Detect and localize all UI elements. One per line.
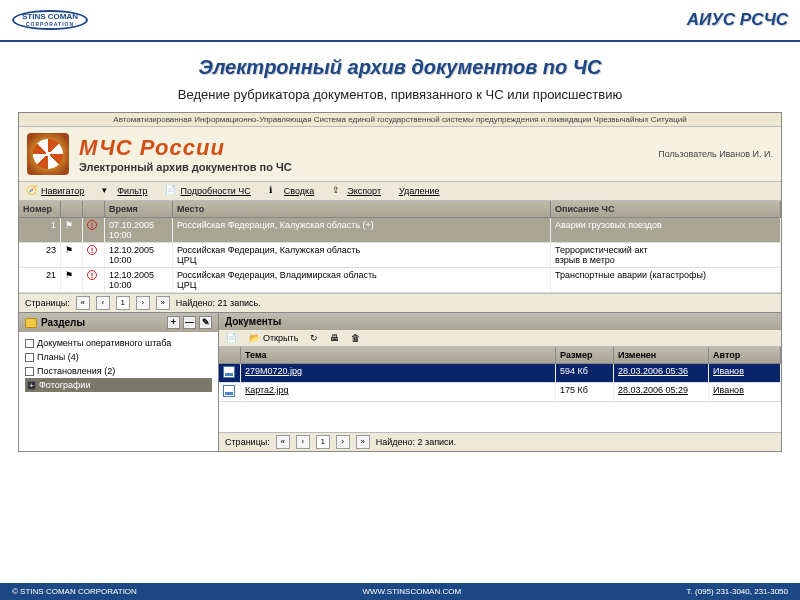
- grid-body: 1⚑!07.10.2005 10:00Российская Федерация,…: [19, 218, 781, 293]
- checkbox[interactable]: [25, 367, 34, 376]
- tree-item-label: Планы (4): [37, 352, 79, 362]
- org-title: МЧС России: [79, 135, 292, 161]
- funnel-icon: ▾: [102, 185, 114, 197]
- info-icon: ℹ: [269, 185, 281, 197]
- docs-open-button[interactable]: 📂 Открыть: [246, 332, 301, 344]
- sections-header: Разделы + ― ✎: [19, 313, 218, 332]
- page-title: Электронный архив документов по ЧС: [79, 161, 292, 173]
- docs-row[interactable]: 279M0720.jpg594 Кб28.03.2006 05:36Иванов: [219, 364, 781, 383]
- document-icon: [223, 385, 235, 397]
- doc-link[interactable]: 279M0720.jpg: [245, 366, 302, 376]
- col-place[interactable]: Место: [173, 201, 551, 217]
- document-icon: [223, 366, 235, 378]
- slide-subtitle: Ведение рубрикатора документов, привязан…: [0, 87, 800, 102]
- docs-tool1-button[interactable]: 🖶: [327, 332, 342, 344]
- pager-prev[interactable]: ‹: [96, 296, 110, 310]
- expand-icon[interactable]: +: [27, 381, 36, 390]
- flag-icon: ⚑: [65, 245, 75, 255]
- tree-item-label: Фотографии: [39, 380, 90, 390]
- user-label: Пользователь: [658, 149, 716, 159]
- warning-icon: !: [87, 270, 97, 280]
- docs-grid-header: Тема Размер Изменен Автор: [219, 347, 781, 364]
- app-window: Автоматизированная Информационно-Управля…: [18, 112, 782, 452]
- details-button[interactable]: 📄Подробности ЧС: [162, 184, 253, 198]
- flag-icon: ⚑: [65, 270, 75, 280]
- checkbox[interactable]: [25, 339, 34, 348]
- slide-header: STINS COMAN CORPORATION АИУС РСЧС: [0, 0, 800, 42]
- docs-col-theme[interactable]: Тема: [241, 347, 556, 363]
- tree-item-label: Документы оперативного штаба: [37, 338, 171, 348]
- flag-icon: ⚑: [65, 220, 75, 230]
- warning-icon: !: [87, 220, 97, 230]
- tree-item[interactable]: Планы (4): [25, 350, 212, 364]
- docs-pager-next[interactable]: ›: [336, 435, 350, 449]
- col-num[interactable]: Номер: [19, 201, 61, 217]
- docs-col-size[interactable]: Размер: [556, 347, 614, 363]
- app-banner: Автоматизированная Информационно-Управля…: [19, 113, 781, 127]
- footer-right: Т. (095) 231-3040, 231-3050: [687, 587, 788, 596]
- docs-col-mod[interactable]: Изменен: [614, 347, 709, 363]
- warning-icon: !: [87, 245, 97, 255]
- corp-logo: STINS COMAN CORPORATION: [12, 10, 88, 30]
- table-row[interactable]: 23⚑!12.10.2005 10:00Российская Федерация…: [19, 243, 781, 268]
- tree-item[interactable]: Документы оперативного штаба: [25, 336, 212, 350]
- docs-pager: Страницы: « ‹ 1 › » Найдено: 2 записи.: [219, 432, 781, 451]
- docs-pager-prev[interactable]: ‹: [296, 435, 310, 449]
- main-pager: Страницы: « ‹ 1 › » Найдено: 21 запись.: [19, 293, 781, 312]
- docs-title: Документы: [225, 316, 281, 327]
- doc-link[interactable]: Карта2.jpg: [245, 385, 289, 395]
- summary-button[interactable]: ℹСводка: [266, 184, 317, 198]
- sections-title: Разделы: [41, 317, 85, 328]
- pager-first[interactable]: «: [76, 296, 90, 310]
- col-time[interactable]: Время: [105, 201, 173, 217]
- corp-sub: CORPORATION: [22, 22, 78, 28]
- export-icon: ⇪: [332, 185, 344, 197]
- table-row[interactable]: 21⚑!12.10.2005 10:00Российская Федерация…: [19, 268, 781, 293]
- footer-center: WWW.STINSCOMAN.COM: [362, 587, 461, 596]
- folder-icon: [25, 318, 37, 328]
- docs-header: Документы: [219, 313, 781, 330]
- col-warn: [83, 201, 105, 217]
- section-add-button[interactable]: +: [167, 316, 180, 329]
- docs-grid-body: 279M0720.jpg594 Кб28.03.2006 05:36Иванов…: [219, 364, 781, 402]
- docs-pager-first[interactable]: «: [276, 435, 290, 449]
- section-del-button[interactable]: ✎: [199, 316, 212, 329]
- compass-icon: 🧭: [26, 185, 38, 197]
- docs-col-auth[interactable]: Автор: [709, 347, 781, 363]
- app-header: МЧС России Электронный архив документов …: [19, 127, 781, 182]
- docs-row[interactable]: Карта2.jpg175 Кб28.03.2006 05:29Иванов: [219, 383, 781, 402]
- docs-tool2-button[interactable]: 🗑: [348, 332, 363, 344]
- pager-current[interactable]: 1: [116, 296, 130, 310]
- tree-item[interactable]: +Фотографии: [25, 378, 212, 392]
- docs-pager-last[interactable]: »: [356, 435, 370, 449]
- pager-next[interactable]: ›: [136, 296, 150, 310]
- slide-footer: © STINS COMAN CORPORATION WWW.STINSCOMAN…: [0, 583, 800, 600]
- filter-button[interactable]: ▾Фильтр: [99, 184, 150, 198]
- mchs-emblem-icon: [27, 133, 69, 175]
- section-edit-button[interactable]: ―: [183, 316, 196, 329]
- docs-pager-found: Найдено: 2 записи.: [376, 437, 456, 447]
- col-flag: [61, 201, 83, 217]
- pager-found: Найдено: 21 запись.: [176, 298, 261, 308]
- docs-refresh-button[interactable]: ↻: [307, 332, 321, 344]
- footer-left: © STINS COMAN CORPORATION: [12, 587, 137, 596]
- docs-new-button[interactable]: 📄: [223, 332, 240, 344]
- slide-title: Электронный архив документов по ЧС: [0, 56, 800, 79]
- pager-label: Страницы:: [25, 298, 70, 308]
- docs-panel: Документы 📄 📂 Открыть ↻ 🖶 🗑 Тема Размер …: [219, 313, 781, 451]
- user-name: Иванов И. И.: [719, 149, 773, 159]
- table-row[interactable]: 1⚑!07.10.2005 10:00Российская Федерация,…: [19, 218, 781, 243]
- checkbox[interactable]: [25, 353, 34, 362]
- export-button[interactable]: ⇪Экспорт: [329, 184, 384, 198]
- nav-button[interactable]: 🧭Навигатор: [23, 184, 87, 198]
- user-info: Пользователь Иванов И. И.: [658, 149, 773, 159]
- docs-pager-current[interactable]: 1: [316, 435, 330, 449]
- system-title: АИУС РСЧС: [687, 10, 788, 30]
- docs-pager-label: Страницы:: [225, 437, 270, 447]
- bottom-split: Разделы + ― ✎ Документы оперативного шта…: [19, 312, 781, 451]
- col-desc[interactable]: Описание ЧС: [551, 201, 781, 217]
- delete-button[interactable]: Удаление: [396, 184, 443, 198]
- sections-panel: Разделы + ― ✎ Документы оперативного шта…: [19, 313, 219, 451]
- pager-last[interactable]: »: [156, 296, 170, 310]
- tree-item[interactable]: Постановления (2): [25, 364, 212, 378]
